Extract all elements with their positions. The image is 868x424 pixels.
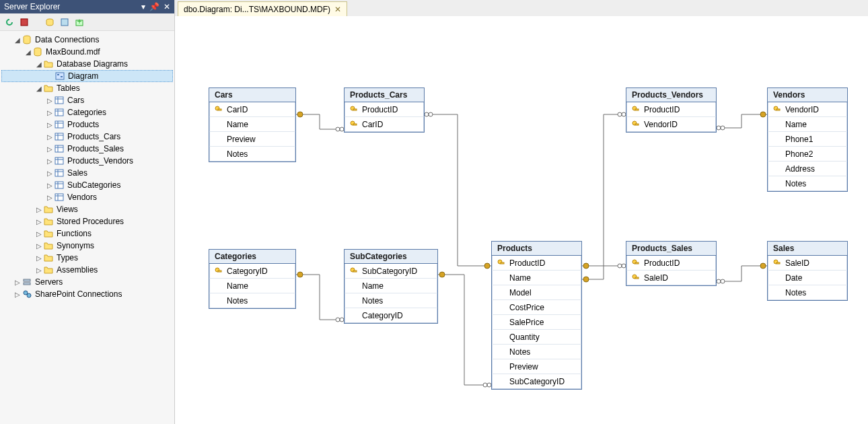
dbcolumn-name[interactable]: Name (768, 117, 847, 132)
tree-table-categories[interactable]: ▷Categories (1, 106, 173, 118)
dbcolumn-saleprice[interactable]: SalePrice (492, 315, 581, 330)
tree-table-vendors[interactable]: ▷Vendors (1, 191, 173, 203)
tree-folder-functions[interactable]: ▷Functions (1, 227, 173, 240)
dbcolumn-quantity[interactable]: Quantity (492, 330, 581, 345)
refresh-icon[interactable] (4, 17, 15, 28)
dbcolumn-categoryid[interactable]: CategoryID (345, 308, 437, 323)
dbtable-header[interactable]: Sales (768, 242, 847, 256)
expand-icon[interactable]: ▷ (46, 121, 54, 129)
collapse-icon[interactable]: ◢ (24, 48, 32, 56)
tree-table-sales[interactable]: ▷Sales (1, 167, 173, 179)
dbtable-categories[interactable]: CategoriesCategoryIDNameNotes (209, 249, 296, 309)
tree-table-cars[interactable]: ▷Cars (1, 94, 173, 106)
close-panel-icon[interactable]: ✕ (164, 2, 170, 11)
expand-icon[interactable]: ▷ (35, 230, 43, 238)
collapse-icon[interactable]: ◢ (35, 61, 43, 68)
dbcolumn-carid[interactable]: CarID (345, 117, 424, 132)
close-tab-icon[interactable]: ✕ (334, 5, 341, 14)
pin-icon[interactable]: 📌 (149, 2, 159, 11)
expand-icon[interactable]: ▷ (35, 206, 43, 213)
tree-database-file[interactable]: ◢ MaxBound.mdf (1, 46, 173, 58)
expand-icon[interactable]: ▷ (46, 133, 54, 141)
dbcolumn-productid[interactable]: ProductID (492, 256, 581, 271)
dbcolumn-categoryid[interactable]: CategoryID (209, 264, 295, 279)
dbtable-header[interactable]: Categories (209, 250, 295, 264)
tree-folder-stored-procedures[interactable]: ▷Stored Procedures (1, 215, 173, 227)
dbtable-products_vendors[interactable]: Products_VendorsProductIDVendorID (626, 87, 717, 133)
dbcolumn-name[interactable]: Name (492, 271, 581, 285)
dbtable-products[interactable]: ProductsProductIDNameModelCostPriceSaleP… (491, 241, 582, 390)
tree-folder-assemblies[interactable]: ▷Assemblies (1, 264, 173, 276)
dbcolumn-costprice[interactable]: CostPrice (492, 300, 581, 315)
expand-icon[interactable]: ▷ (35, 218, 43, 225)
dbtable-products_sales[interactable]: Products_SalesProductIDSaleID (626, 241, 717, 286)
stop-icon[interactable] (19, 17, 30, 28)
tree-table-subcategories[interactable]: ▷SubCategories (1, 179, 173, 191)
dbcolumn-vendorid[interactable]: VendorID (626, 117, 716, 132)
dbcolumn-notes[interactable]: Notes (492, 345, 581, 359)
dbcolumn-notes[interactable]: Notes (345, 293, 437, 308)
collapse-icon[interactable]: ◢ (35, 85, 43, 92)
dbcolumn-vendorid[interactable]: VendorID (768, 102, 847, 117)
expand-icon[interactable]: ▷ (46, 97, 54, 104)
dbcolumn-date[interactable]: Date (768, 271, 847, 285)
diagram-canvas[interactable]: CarsCarIDNamePreviewNotesProducts_CarsPr… (175, 16, 868, 424)
dbcolumn-notes[interactable]: Notes (209, 293, 295, 308)
expand-icon[interactable]: ▷ (46, 157, 54, 165)
dbcolumn-saleid[interactable]: SaleID (626, 271, 716, 285)
tree-table-products_cars[interactable]: ▷Products_Cars (1, 131, 173, 143)
dbcolumn-notes[interactable]: Notes (768, 285, 847, 300)
expand-icon[interactable]: ▷ (35, 242, 43, 250)
dbcolumn-preview[interactable]: Preview (492, 359, 581, 374)
expand-icon[interactable]: ▷ (46, 109, 54, 116)
expand-icon[interactable]: ▷ (13, 291, 22, 298)
dbtable-header[interactable]: Products_Cars (345, 88, 424, 102)
tree-tables-folder[interactable]: ◢ Tables (1, 82, 173, 94)
tree-folder-synonyms[interactable]: ▷Synonyms (1, 240, 173, 252)
tree-table-products_vendors[interactable]: ▷Products_Vendors (1, 155, 173, 167)
dbcolumn-productid[interactable]: ProductID (626, 256, 716, 271)
tree-sharepoint[interactable]: ▷ SharePoint Connections (1, 288, 173, 300)
tree-servers[interactable]: ▷ Servers (1, 276, 173, 288)
expand-icon[interactable]: ▷ (46, 145, 54, 153)
dbtable-sales[interactable]: SalesSaleIDDateNotes (767, 241, 848, 301)
dbcolumn-name[interactable]: Name (345, 279, 437, 293)
expand-icon[interactable]: ▷ (46, 194, 54, 201)
expand-icon[interactable]: ▷ (13, 279, 22, 286)
dbcolumn-subcategoryid[interactable]: SubCategoryID (492, 374, 581, 389)
dbtable-cars[interactable]: CarsCarIDNamePreviewNotes (209, 87, 296, 162)
expand-icon[interactable]: ▷ (35, 254, 43, 262)
connect-server-icon[interactable] (59, 17, 70, 28)
tree-table-products[interactable]: ▷Products (1, 118, 173, 131)
dbcolumn-preview[interactable]: Preview (209, 132, 295, 147)
collapse-icon[interactable]: ◢ (13, 36, 22, 44)
dropdown-icon[interactable]: ▾ (141, 2, 145, 11)
dbcolumn-address[interactable]: Address (768, 162, 847, 176)
server-explorer-tree[interactable]: ◢ Data Connections ◢ MaxBound.mdf ◢ Data… (0, 31, 174, 424)
dbtable-header[interactable]: Products_Sales (626, 242, 716, 256)
dbcolumn-notes[interactable]: Notes (768, 176, 847, 191)
dbtable-vendors[interactable]: VendorsVendorIDNamePhone1Phone2AddressNo… (767, 87, 848, 192)
dbcolumn-name[interactable]: Name (209, 279, 295, 293)
tree-diagrams-folder[interactable]: ◢ Database Diagrams (1, 58, 173, 70)
add-connection-icon[interactable]: + (74, 17, 85, 28)
dbtable-header[interactable]: Vendors (768, 88, 847, 102)
dbtable-header[interactable]: Cars (209, 88, 295, 102)
dbtable-header[interactable]: Products (492, 242, 581, 256)
dbcolumn-notes[interactable]: Notes (209, 147, 295, 162)
tab-diagram[interactable]: dbo.Diagram: Di...TS\MAXBOUND.MDF) ✕ (178, 1, 347, 16)
tree-data-connections[interactable]: ◢ Data Connections (1, 34, 173, 46)
dbtable-header[interactable]: Products_Vendors (626, 88, 716, 102)
dbcolumn-phone2[interactable]: Phone2 (768, 147, 847, 162)
dbtable-products_cars[interactable]: Products_CarsProductIDCarID (344, 87, 425, 133)
dbcolumn-productid[interactable]: ProductID (626, 102, 716, 117)
expand-icon[interactable]: ▷ (46, 170, 54, 177)
expand-icon[interactable]: ▷ (35, 267, 43, 274)
tree-folder-views[interactable]: ▷Views (1, 203, 173, 215)
dbcolumn-productid[interactable]: ProductID (345, 102, 424, 117)
dbcolumn-model[interactable]: Model (492, 285, 581, 300)
tree-folder-types[interactable]: ▷Types (1, 252, 173, 264)
connect-db-icon[interactable] (44, 17, 55, 28)
tree-table-products_sales[interactable]: ▷Products_Sales (1, 143, 173, 155)
dbcolumn-carid[interactable]: CarID (209, 102, 295, 117)
